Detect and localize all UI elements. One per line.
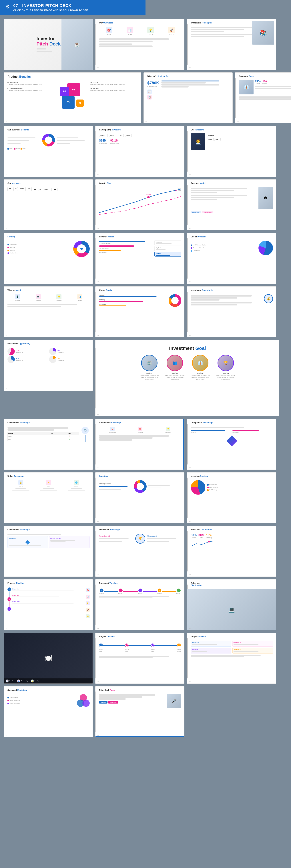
sales-mkt-content: Color Strategy Social Marketing Brand Aw…	[7, 694, 90, 707]
slide-invest-goal[interactable]: Investment Goal 🏢 Goal #1 A piece of som…	[95, 340, 279, 416]
buy-now-btn[interactable]: Buy Now	[99, 701, 107, 704]
slide-title-investing: Investing	[99, 475, 181, 477]
slide-title-revenue: Revenue Model	[191, 182, 273, 184]
slide-invest-strategy[interactable]: Investing Strategy Buy Strategy Hold Str…	[187, 472, 276, 523]
header-icon: ⚙	[5, 4, 10, 10]
slide-our-investors2[interactable]: Our Investors RW ■■ CORP INV ⬛ ||| SWeET…	[4, 179, 93, 230]
unfair-adv-content: 🔒 Lock-in ⚡ Speed 🌐 Network	[7, 480, 90, 492]
slide-sales-dist[interactable]: Sales and Distribution 50% Online 30% Re…	[187, 526, 276, 577]
slide-invest-opp2[interactable]: Investment Opportunity 21%Category A 33%…	[4, 340, 93, 391]
logo-inv: INV	[119, 134, 124, 137]
row-8: Competitive Advantage Feature Us Comp Sp…	[4, 419, 287, 470]
slide-pitch-press[interactable]: Pitch Deck Press Buy Now Learn More 🎤 37	[95, 686, 185, 737]
slide-cover[interactable]: Investor Pitch Deck ☕ 01	[4, 19, 93, 70]
logo-corp: CORP™	[109, 134, 117, 137]
slide-num-5: 05	[146, 120, 147, 122]
slide-revenue-model[interactable]: Revenue Model 🏛 Click here Learn more 12	[187, 179, 276, 230]
spacer	[187, 686, 276, 737]
slide-comp-adv3[interactable]: Competitive Advantage Strength 1 Strengt…	[187, 419, 276, 470]
photo-caption: 📍Location 👥Community ⭐Quality	[4, 678, 93, 684]
slide-process-timeline2[interactable]: Process & Timeline 1 Process A 2 Process…	[95, 579, 185, 630]
slide-growth-plan[interactable]: Growth Plan Peak Target Actual 11	[95, 179, 185, 230]
slide-product-benefits[interactable]: Product Benefits 04. Insurance A piece o…	[4, 72, 141, 123]
header-title: 07 - INVESTOR PITCH DECK	[13, 3, 88, 8]
slide-num-8: 08	[97, 174, 99, 176]
slide-num-36: 36	[6, 734, 7, 736]
investor-stats: $24M Total Raised 92.1% Success Rate	[99, 139, 181, 144]
slide-our-goals[interactable]: Our Our Goals 🎯 Goal A 📊 Goal B 💡 Goal C…	[95, 19, 185, 70]
goal-item-4: 🚀 Goal D	[162, 27, 182, 36]
slide-num-3: 03	[189, 67, 191, 69]
slide-num-32: 32	[189, 627, 191, 629]
slide-unfair-adv[interactable]: Unfair Advantage 🔒 Lock-in ⚡ Speed 🌐 Net…	[4, 472, 93, 523]
slide-use-proceeds[interactable]: Use of Proceeds MKT. Working Capital Sal…	[187, 233, 276, 284]
slide-sales-dist2[interactable]: Sales andDistribution 💻 32	[187, 579, 276, 630]
slide-process-timeline[interactable]: Process Timeline 1 2 3 Phase One Phase T…	[4, 579, 93, 630]
proj-timeline-content: Jan '21 Phase 1 June '21 Phase 2 July '2…	[99, 641, 181, 658]
slide-num-24: 24	[6, 520, 7, 522]
invest-opp2-content: 21%Category A 33%Category B 26%Category …	[7, 348, 90, 363]
slide-proj-timeline[interactable]: Project Timeline Jan '21 Phase 1 June '2…	[95, 633, 185, 684]
goal-item-2: 📊 Goal B	[120, 27, 140, 36]
slide-what-need[interactable]: What we need 📱 Marketing 💻 Technology 💡 …	[4, 286, 93, 337]
slide-invest-opp[interactable]: Investment Opportunity 💰 18	[187, 286, 276, 337]
pitch-deck-title: Investor Pitch Deck	[37, 36, 61, 46]
slide-revenue-model2[interactable]: Revenue Model Customer Segment Revenue S…	[95, 233, 185, 284]
slide-our-investors[interactable]: Our Investors 👨‍💼 SWeETY CORP INV™ 09	[187, 126, 276, 177]
process-timeline-content: 1 2 3 Phase One Phase Two	[7, 587, 90, 618]
slide-num-1: 01	[6, 67, 7, 69]
slide-comp-adv2[interactable]: Competitive Advantage 📊 Design Brand 🎯 M…	[95, 419, 185, 470]
row-11: Process Timeline 1 2 3 Phase One Phase T…	[4, 579, 287, 630]
slide-looking2[interactable]: What we're looking for $780K Investment …	[143, 72, 233, 123]
slide-participating-investors[interactable]: Participating Investors SWeETY CORP™ INV…	[95, 126, 185, 177]
looking-content: 📚	[191, 26, 273, 38]
slide-num-28: 28	[97, 574, 99, 576]
learn-more-btn[interactable]: Learn More	[108, 701, 118, 704]
slide-funding[interactable]: Funding Seed Round Series A Series B Pro…	[4, 233, 93, 284]
company-goals-content: 👔 250+ Clients 180 Projects	[239, 80, 291, 94]
restaurant-photo: 🍽️	[4, 633, 93, 684]
comp-adv-content: Feature Us Comp Speed ✓ ✗ Cost ✓ ✓	[7, 427, 90, 442]
looking2-icons2: 📋	[147, 95, 229, 100]
slide-photo-wide[interactable]: 🍽️ 📍Location 👥Community ⭐Quality 33	[4, 633, 93, 684]
looking2-icons: 📈	[147, 90, 229, 94]
slide-looking-for[interactable]: What we're looking for 📚 03	[187, 19, 276, 70]
slide-num-29: 29	[189, 574, 191, 576]
slide-comp-adv[interactable]: Competitive Advantage Feature Us Comp Sp…	[4, 419, 93, 470]
slide-title-sales-dist: Sales and Distribution	[191, 528, 273, 531]
slide-unfair-adv2[interactable]: Our Unfair Advantage Advantage #1 🏆 Adva…	[95, 526, 185, 577]
revenue2-content: Customer Segment Revenue Stream Key Acti…	[99, 240, 181, 256]
slide-num-19: 19	[6, 388, 7, 390]
slide-proj-timeline2[interactable]: Project Timeline August '21 October '21 …	[187, 633, 276, 684]
slide-num-15: 15	[189, 281, 191, 283]
investor-logos: SWeETY CORP™ INV FUND	[99, 134, 181, 137]
slide-use-funds[interactable]: Use of Funds Research Marketing Operatio…	[95, 286, 185, 337]
slide-title-growth-plan: Growth Plan	[99, 182, 181, 184]
comp-adv3-content: Strength 1 Strength 2	[191, 427, 273, 446]
proj-timeline2-content: August '21 October '21 Projected January…	[191, 641, 273, 657]
comp-adv2-desc	[99, 435, 181, 441]
ig-goal-4: 🏆 Goal #4 A piece of some decent info ha…	[215, 355, 237, 380]
slide-title-looking2: What we're looking for	[147, 75, 229, 77]
ig-goal-2: 👥 Goal #2 A piece of some decent info ha…	[164, 355, 186, 380]
horiz-timeline: 1 Process A 2 Process B 3 Process C	[99, 589, 181, 598]
slide-title-proceeds: Use of Proceeds	[191, 236, 273, 238]
row-5: Funding Seed Round Series A Series B Pro…	[4, 233, 287, 284]
row-3: Our Business Benefits Item 1	[4, 126, 287, 177]
slide-comp-adv4[interactable]: Competitive Advantage Core Focus Zone of…	[4, 526, 93, 577]
sales-dist-content: 50% Online 30% Retail 10% Marketing	[191, 534, 273, 548]
header: ⚙ 07 - INVESTOR PITCH DECK CLICK ON THE …	[0, 0, 146, 15]
slide-num-10: 10	[6, 227, 7, 229]
slide-company-goals[interactable]: Company Goals 👔 250+ Clients 180 Project…	[235, 72, 291, 123]
slide-title-our-investors2: Our Investors	[7, 182, 90, 184]
slide-sales-mkt[interactable]: Sales and Marketing Color Strategy Socia…	[4, 686, 93, 737]
goal-item-3: 💡 Goal C	[141, 27, 161, 36]
ig-goal-1: 🏢 Goal #1 A piece of some decent info ha…	[138, 355, 160, 380]
slide-num-18: 18	[189, 334, 191, 336]
slide-title-unfair-adv: Unfair Advantage	[7, 475, 90, 477]
row-4: Our Investors RW ■■ CORP INV ⬛ ||| SWeET…	[4, 179, 287, 230]
slide-biz-benefits[interactable]: Our Business Benefits Item 1	[4, 126, 93, 177]
slide-investing[interactable]: Investing Investing Solution 25	[95, 472, 185, 523]
slide-num-27: 27	[6, 574, 7, 576]
slide-num-13: 13	[6, 281, 7, 283]
